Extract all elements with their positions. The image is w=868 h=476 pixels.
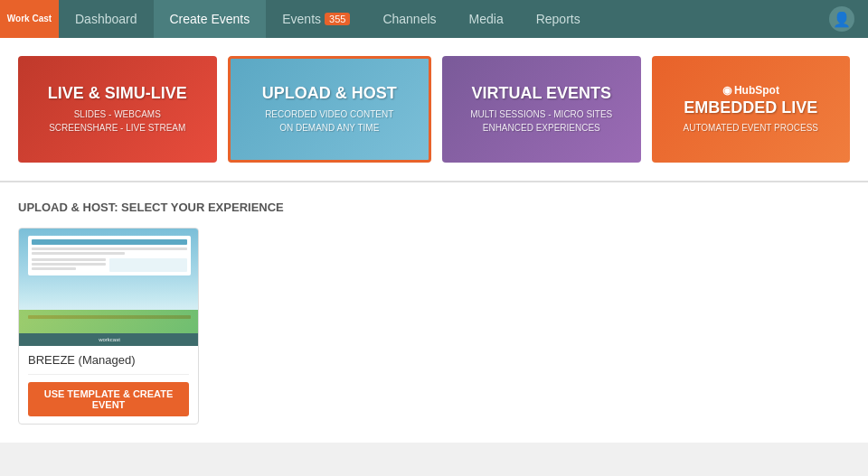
cards-row: LIVE & SIMU-LIVE SLIDES - WEBCAMSSCREENS… <box>18 56 850 163</box>
hubspot-title: EMBEDDED LIVE <box>684 98 817 118</box>
live-simu-title: LIVE & SIMU-LIVE <box>48 84 187 104</box>
event-card-hubspot[interactable]: ◉ HubSpot EMBEDDED LIVE AUTOMATED EVENT … <box>652 56 851 163</box>
section-title: UPLOAD & HOST: SELECT YOUR EXPERIENCE <box>18 201 850 214</box>
preview-footer-text: workcast <box>99 337 120 342</box>
template-card-breeze: workcast BREEZE (Managed) USE TEMPLATE &… <box>18 228 199 425</box>
nav-user[interactable]: 👤 <box>816 0 868 38</box>
event-card-live-simu[interactable]: LIVE & SIMU-LIVE SLIDES - WEBCAMSSCREENS… <box>18 56 217 163</box>
nav-label-events: Events <box>282 12 321 26</box>
hubspot-logo: ◉ HubSpot <box>722 84 779 97</box>
event-cards-section: LIVE & SIMU-LIVE SLIDES - WEBCAMSSCREENS… <box>0 38 868 182</box>
template-name: BREEZE (Managed) <box>28 353 189 367</box>
logo[interactable]: Work Cast <box>0 0 59 38</box>
nav-label-create-events: Create Events <box>170 12 250 26</box>
nav-label-channels: Channels <box>382 12 436 26</box>
template-divider <box>28 374 189 375</box>
preview-content <box>32 258 187 272</box>
event-card-upload-host[interactable]: UPLOAD & HOST RECORDED VIDEO CONTENTON D… <box>228 56 432 163</box>
live-simu-subtitle: SLIDES - WEBCAMSSCREENSHARE - LIVE STREA… <box>49 107 185 135</box>
nav-item-media[interactable]: Media <box>453 0 520 38</box>
virtual-events-subtitle: MULTI SESSIONS - MICRO SITESENHANCED EXP… <box>470 107 612 135</box>
nav-label-dashboard: Dashboard <box>75 12 137 26</box>
preview-footer-bar: workcast <box>19 333 199 346</box>
preview-line-1 <box>32 247 187 250</box>
nav-item-create-events[interactable]: Create Events <box>154 0 267 38</box>
upload-host-title: UPLOAD & HOST <box>262 84 397 104</box>
nav-label-reports: Reports <box>536 12 580 26</box>
events-badge: 355 <box>325 13 350 25</box>
preview-line-2 <box>32 252 125 255</box>
preview-left <box>32 258 106 272</box>
template-preview: workcast <box>19 229 199 346</box>
nav-item-channels[interactable]: Channels <box>366 0 452 38</box>
preview-line-3 <box>32 258 106 261</box>
preview-header-bar <box>32 239 187 245</box>
navbar: Work Cast Dashboard Create Events Events… <box>0 0 868 38</box>
hubspot-subtitle: AUTOMATED EVENT PROCESS <box>684 121 818 135</box>
nav-spacer <box>597 0 816 38</box>
use-template-button[interactable]: USE TEMPLATE & CREATE EVENT <box>28 382 189 416</box>
nav-label-media: Media <box>469 12 504 26</box>
nav-item-dashboard[interactable]: Dashboard <box>59 0 154 38</box>
lower-section: UPLOAD & HOST: SELECT YOUR EXPERIENCE <box>0 182 868 443</box>
nav-item-reports[interactable]: Reports <box>520 0 597 38</box>
preview-right <box>109 258 187 272</box>
upload-host-subtitle: RECORDED VIDEO CONTENTON DEMAND ANY TIME <box>265 107 393 135</box>
nav-item-events[interactable]: Events 355 <box>266 0 366 38</box>
user-avatar-icon[interactable]: 👤 <box>829 6 854 32</box>
template-info: BREEZE (Managed) USE TEMPLATE & CREATE E… <box>19 346 198 424</box>
logo-text: Work Cast <box>7 14 52 24</box>
virtual-events-title: VIRTUAL EVENTS <box>471 84 611 104</box>
preview-line-4 <box>32 263 106 266</box>
event-card-virtual-events[interactable]: VIRTUAL EVENTS MULTI SESSIONS - MICRO SI… <box>442 56 641 163</box>
preview-line-5 <box>32 267 76 270</box>
preview-inner <box>28 236 191 275</box>
